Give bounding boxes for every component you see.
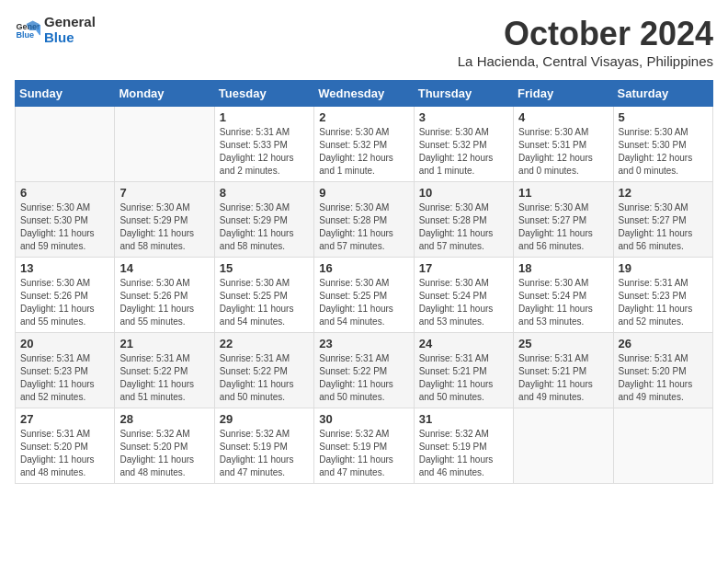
day-number: 24 <box>419 337 508 350</box>
day-info: Sunrise: 5:31 AM Sunset: 5:23 PM Dayligh… <box>619 277 708 328</box>
logo: General Blue General Blue <box>15 15 96 45</box>
calendar-table: SundayMondayTuesdayWednesdayThursdayFrid… <box>15 80 713 484</box>
day-number: 9 <box>319 186 408 200</box>
calendar-cell: 19Sunrise: 5:31 AM Sunset: 5:23 PM Dayli… <box>613 258 712 333</box>
day-info: Sunrise: 5:30 AM Sunset: 5:25 PM Dayligh… <box>220 277 309 328</box>
day-number: 29 <box>220 412 309 426</box>
calendar-cell: 5Sunrise: 5:30 AM Sunset: 5:30 PM Daylig… <box>613 107 712 182</box>
day-number: 4 <box>518 110 608 124</box>
calendar-cell: 23Sunrise: 5:31 AM Sunset: 5:22 PM Dayli… <box>314 333 414 408</box>
calendar-cell: 17Sunrise: 5:30 AM Sunset: 5:24 PM Dayli… <box>414 258 513 333</box>
day-info: Sunrise: 5:30 AM Sunset: 5:27 PM Dayligh… <box>518 201 608 253</box>
day-info: Sunrise: 5:30 AM Sunset: 5:29 PM Dayligh… <box>220 201 309 253</box>
calendar-cell: 8Sunrise: 5:30 AM Sunset: 5:29 PM Daylig… <box>214 182 313 258</box>
day-number: 20 <box>20 337 109 350</box>
calendar-week-2: 6Sunrise: 5:30 AM Sunset: 5:30 PM Daylig… <box>16 182 713 258</box>
day-number: 28 <box>119 412 209 426</box>
header-day-thursday: Thursday <box>414 81 513 107</box>
day-info: Sunrise: 5:30 AM Sunset: 5:30 PM Dayligh… <box>20 201 109 253</box>
header-day-sunday: Sunday <box>16 81 115 107</box>
day-info: Sunrise: 5:31 AM Sunset: 5:21 PM Dayligh… <box>518 352 608 404</box>
calendar-cell: 30Sunrise: 5:32 AM Sunset: 5:19 PM Dayli… <box>314 408 414 484</box>
day-number: 21 <box>119 337 209 350</box>
calendar-cell: 1Sunrise: 5:31 AM Sunset: 5:33 PM Daylig… <box>214 107 313 182</box>
calendar-cell <box>16 107 115 182</box>
day-info: Sunrise: 5:30 AM Sunset: 5:24 PM Dayligh… <box>419 277 508 328</box>
day-info: Sunrise: 5:31 AM Sunset: 5:20 PM Dayligh… <box>619 352 708 404</box>
day-info: Sunrise: 5:30 AM Sunset: 5:27 PM Dayligh… <box>619 201 708 253</box>
day-number: 17 <box>419 261 508 275</box>
day-number: 13 <box>20 261 109 275</box>
header-day-tuesday: Tuesday <box>214 81 313 107</box>
calendar-cell: 25Sunrise: 5:31 AM Sunset: 5:21 PM Dayli… <box>514 333 613 408</box>
day-info: Sunrise: 5:31 AM Sunset: 5:22 PM Dayligh… <box>220 352 309 404</box>
day-number: 22 <box>220 337 309 350</box>
day-number: 19 <box>619 261 708 275</box>
calendar-cell: 22Sunrise: 5:31 AM Sunset: 5:22 PM Dayli… <box>214 333 313 408</box>
day-number: 23 <box>319 337 408 350</box>
day-info: Sunrise: 5:30 AM Sunset: 5:25 PM Dayligh… <box>319 277 408 328</box>
calendar-week-5: 27Sunrise: 5:31 AM Sunset: 5:20 PM Dayli… <box>16 408 713 484</box>
calendar-cell: 27Sunrise: 5:31 AM Sunset: 5:20 PM Dayli… <box>16 408 115 484</box>
day-number: 3 <box>419 110 508 124</box>
calendar-cell: 28Sunrise: 5:32 AM Sunset: 5:20 PM Dayli… <box>115 408 214 484</box>
day-number: 26 <box>619 337 708 350</box>
day-number: 15 <box>220 261 309 275</box>
day-number: 7 <box>119 186 209 200</box>
day-number: 2 <box>319 110 408 124</box>
calendar-cell: 20Sunrise: 5:31 AM Sunset: 5:23 PM Dayli… <box>16 333 115 408</box>
day-info: Sunrise: 5:30 AM Sunset: 5:32 PM Dayligh… <box>419 126 508 178</box>
logo-text-general: General <box>44 15 96 30</box>
day-number: 30 <box>319 412 408 426</box>
calendar-cell: 4Sunrise: 5:30 AM Sunset: 5:31 PM Daylig… <box>514 107 613 182</box>
calendar-title: October 2024 <box>458 15 713 53</box>
day-info: Sunrise: 5:31 AM Sunset: 5:21 PM Dayligh… <box>419 352 508 404</box>
logo-icon: General Blue <box>15 17 40 43</box>
day-info: Sunrise: 5:32 AM Sunset: 5:19 PM Dayligh… <box>419 428 508 479</box>
day-number: 14 <box>119 261 209 275</box>
header-day-monday: Monday <box>115 81 214 107</box>
day-number: 27 <box>20 412 109 426</box>
day-info: Sunrise: 5:30 AM Sunset: 5:26 PM Dayligh… <box>20 277 109 328</box>
calendar-cell: 18Sunrise: 5:30 AM Sunset: 5:24 PM Dayli… <box>514 258 613 333</box>
calendar-cell: 10Sunrise: 5:30 AM Sunset: 5:28 PM Dayli… <box>414 182 513 258</box>
calendar-cell: 31Sunrise: 5:32 AM Sunset: 5:19 PM Dayli… <box>414 408 513 484</box>
day-info: Sunrise: 5:32 AM Sunset: 5:19 PM Dayligh… <box>319 428 408 479</box>
day-number: 11 <box>518 186 608 200</box>
day-number: 5 <box>619 110 708 124</box>
day-info: Sunrise: 5:32 AM Sunset: 5:20 PM Dayligh… <box>119 428 209 479</box>
calendar-cell <box>115 107 214 182</box>
calendar-cell: 12Sunrise: 5:30 AM Sunset: 5:27 PM Dayli… <box>613 182 712 258</box>
calendar-cell: 24Sunrise: 5:31 AM Sunset: 5:21 PM Dayli… <box>414 333 513 408</box>
calendar-cell: 7Sunrise: 5:30 AM Sunset: 5:29 PM Daylig… <box>115 182 214 258</box>
calendar-cell: 13Sunrise: 5:30 AM Sunset: 5:26 PM Dayli… <box>16 258 115 333</box>
title-area: October 2024 La Hacienda, Central Visaya… <box>458 15 713 69</box>
day-number: 12 <box>619 186 708 200</box>
day-number: 18 <box>518 261 608 275</box>
logo-text-blue: Blue <box>44 30 96 46</box>
day-info: Sunrise: 5:30 AM Sunset: 5:31 PM Dayligh… <box>518 126 608 178</box>
header: General Blue General Blue October 2024 L… <box>15 15 713 69</box>
calendar-cell: 26Sunrise: 5:31 AM Sunset: 5:20 PM Dayli… <box>613 333 712 408</box>
day-number: 10 <box>419 186 508 200</box>
day-info: Sunrise: 5:31 AM Sunset: 5:23 PM Dayligh… <box>20 352 109 404</box>
calendar-cell: 15Sunrise: 5:30 AM Sunset: 5:25 PM Dayli… <box>214 258 313 333</box>
calendar-cell <box>613 408 712 484</box>
day-number: 16 <box>319 261 408 275</box>
calendar-cell: 3Sunrise: 5:30 AM Sunset: 5:32 PM Daylig… <box>414 107 513 182</box>
header-day-friday: Friday <box>514 81 613 107</box>
header-day-saturday: Saturday <box>613 81 712 107</box>
day-info: Sunrise: 5:31 AM Sunset: 5:33 PM Dayligh… <box>220 126 309 178</box>
day-info: Sunrise: 5:30 AM Sunset: 5:26 PM Dayligh… <box>119 277 209 328</box>
header-day-wednesday: Wednesday <box>314 81 414 107</box>
svg-text:Blue: Blue <box>16 30 34 40</box>
calendar-header: SundayMondayTuesdayWednesdayThursdayFrid… <box>16 81 713 107</box>
day-info: Sunrise: 5:30 AM Sunset: 5:30 PM Dayligh… <box>619 126 708 178</box>
calendar-cell <box>514 408 613 484</box>
day-info: Sunrise: 5:30 AM Sunset: 5:29 PM Dayligh… <box>119 201 209 253</box>
calendar-cell: 11Sunrise: 5:30 AM Sunset: 5:27 PM Dayli… <box>514 182 613 258</box>
day-number: 25 <box>518 337 608 350</box>
calendar-cell: 14Sunrise: 5:30 AM Sunset: 5:26 PM Dayli… <box>115 258 214 333</box>
day-info: Sunrise: 5:31 AM Sunset: 5:22 PM Dayligh… <box>119 352 209 404</box>
day-number: 31 <box>419 412 508 426</box>
